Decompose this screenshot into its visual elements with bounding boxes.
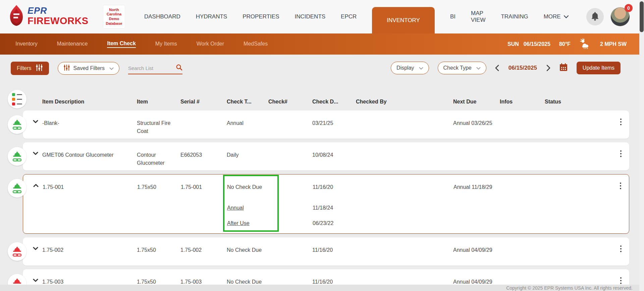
nav-bi[interactable]: BI bbox=[450, 13, 455, 20]
cell-status bbox=[545, 174, 612, 183]
list-toolbar: Filters Saved Filters bbox=[0, 62, 644, 76]
display-dropdown[interactable]: Display bbox=[391, 62, 429, 74]
notification-count-badge: 0 bbox=[625, 4, 633, 12]
cell-status bbox=[545, 111, 612, 119]
update-items-button[interactable]: Update Items bbox=[577, 62, 621, 74]
nav-properties[interactable]: PROPERTIES bbox=[243, 13, 279, 20]
cell-infos bbox=[500, 142, 545, 151]
column-checked-by[interactable]: Checked By bbox=[356, 99, 453, 105]
column-next-due[interactable]: Next Due bbox=[453, 99, 500, 105]
status-legend-button[interactable] bbox=[8, 90, 26, 108]
filters-button[interactable]: Filters bbox=[11, 62, 49, 75]
cell-check-date: 11/16/20 bbox=[312, 237, 356, 255]
row-actions-menu[interactable] bbox=[612, 111, 629, 125]
item-status-circle[interactable] bbox=[8, 115, 26, 134]
check-date-text: 11/18/24 bbox=[313, 204, 352, 213]
badge-line: Carolina bbox=[107, 12, 121, 17]
check-date-text: 06/23/22 bbox=[313, 219, 352, 228]
search-list-field[interactable] bbox=[128, 62, 182, 74]
search-icon[interactable] bbox=[176, 64, 182, 72]
helmet-icon bbox=[11, 183, 23, 194]
check-date-text: 10/08/24 bbox=[312, 151, 351, 160]
column-item[interactable]: Item bbox=[137, 99, 180, 105]
cell-infos bbox=[500, 111, 545, 119]
row-expand-toggle[interactable] bbox=[29, 111, 42, 123]
cell-status bbox=[545, 237, 612, 246]
kebab-icon bbox=[620, 150, 622, 157]
kebab-icon bbox=[620, 277, 622, 284]
chevron-down-icon bbox=[564, 13, 569, 20]
cell-infos bbox=[500, 174, 545, 183]
cell-serial: 1.75-002 bbox=[180, 237, 227, 254]
row-actions-menu[interactable] bbox=[612, 142, 629, 157]
nav-map-view[interactable]: MAP VIEW bbox=[471, 10, 485, 23]
check-type-link[interactable]: Annual bbox=[227, 204, 264, 213]
item-check-list: -Blank- Structural Fire Coat Annual 03/2… bbox=[0, 111, 644, 291]
nav-inventory-active-tab[interactable]: INVENTORY bbox=[372, 7, 435, 33]
check-type-text: No Check Due bbox=[227, 246, 264, 255]
column-check-number[interactable]: Check# bbox=[268, 99, 312, 105]
inventory-subnav: Inventory Maintenance Item Check My Item… bbox=[0, 33, 644, 55]
cell-next-due: Annual 04/09/29 bbox=[453, 269, 500, 286]
map-view-line2: VIEW bbox=[471, 17, 485, 23]
cell-next-due: Annual 11/18/29 bbox=[453, 174, 500, 191]
cell-next-due: Annual 03/26/25 bbox=[453, 111, 500, 127]
nav-training[interactable]: TRAINING bbox=[501, 13, 528, 20]
cell-item-description: 1.75-003 bbox=[42, 269, 137, 286]
column-check-type[interactable]: Check T... bbox=[227, 99, 268, 105]
subnav-inventory[interactable]: Inventory bbox=[15, 41, 38, 48]
notifications-button[interactable] bbox=[586, 8, 604, 25]
sliders-icon-red bbox=[63, 65, 70, 72]
calendar-icon[interactable] bbox=[559, 63, 568, 73]
table-row: 1.75-001 1.75x50 1.75-001 No Check DueAn… bbox=[23, 174, 629, 234]
cell-check-date: 11/16/2011/18/2406/23/22 bbox=[313, 174, 356, 228]
next-day-button[interactable] bbox=[546, 65, 550, 71]
column-status[interactable]: Status bbox=[545, 99, 612, 105]
cell-item: 1.75x50 bbox=[137, 174, 181, 191]
cell-checked-by bbox=[356, 269, 453, 278]
saved-filters-dropdown[interactable]: Saved Filters bbox=[58, 62, 119, 75]
check-type-dropdown[interactable]: Check Type bbox=[438, 62, 486, 74]
nav-hydrants[interactable]: HYDRANTS bbox=[196, 13, 227, 20]
nav-more[interactable]: MORE bbox=[544, 13, 569, 20]
previous-day-button[interactable] bbox=[495, 65, 499, 71]
cell-serial: 1.75-003 bbox=[180, 269, 227, 286]
vertical-scrollbar[interactable] bbox=[639, 0, 644, 291]
column-infos[interactable]: Infos bbox=[500, 99, 545, 105]
column-check-date[interactable]: Check D... bbox=[312, 99, 356, 105]
subnav-my-items[interactable]: My Items bbox=[155, 41, 177, 48]
row-expand-toggle[interactable] bbox=[29, 269, 42, 282]
cell-infos bbox=[500, 237, 545, 246]
subnav-work-order[interactable]: Work Order bbox=[197, 41, 224, 48]
scrollbar-thumb[interactable] bbox=[640, 1, 644, 32]
item-status-circle[interactable] bbox=[8, 147, 26, 166]
row-actions-menu[interactable] bbox=[612, 269, 629, 284]
item-status-circle[interactable] bbox=[8, 242, 26, 261]
row-expand-toggle[interactable] bbox=[29, 174, 43, 187]
top-navigation: DASHBOARD HYDRANTS PROPERTIES INCIDENTS … bbox=[144, 0, 569, 33]
cell-check-number bbox=[269, 174, 313, 183]
cell-next-due: Annual 04/09/29 bbox=[453, 237, 500, 254]
subnav-item-check-active[interactable]: Item Check bbox=[107, 41, 136, 48]
cell-check-date: 03/21/25 bbox=[312, 111, 356, 128]
selected-date[interactable]: 06/15/2025 bbox=[508, 65, 537, 71]
nav-incidents[interactable]: INCIDENTS bbox=[294, 13, 325, 20]
check-date-text: 11/16/20 bbox=[313, 183, 352, 192]
nav-epcr[interactable]: EPCR bbox=[341, 13, 357, 20]
item-status-circle[interactable] bbox=[8, 179, 26, 198]
column-item-description[interactable]: Item Description bbox=[42, 99, 137, 105]
search-input[interactable] bbox=[128, 65, 171, 71]
row-actions-menu[interactable] bbox=[612, 174, 629, 189]
column-serial[interactable]: Serial # bbox=[180, 99, 227, 105]
cell-serial: 1.75-001 bbox=[181, 174, 227, 191]
app-logo[interactable]: EPR FIREWORKS bbox=[9, 5, 89, 27]
flame-logo-icon bbox=[9, 5, 24, 27]
check-type-link[interactable]: After Use bbox=[227, 219, 264, 228]
row-expand-toggle[interactable] bbox=[29, 237, 42, 250]
subnav-medsafes[interactable]: MedSafes bbox=[244, 41, 268, 48]
subnav-maintenance[interactable]: Maintenance bbox=[57, 41, 88, 48]
row-actions-menu[interactable] bbox=[612, 237, 629, 252]
nav-dashboard[interactable]: DASHBOARD bbox=[144, 13, 180, 20]
row-expand-toggle[interactable] bbox=[29, 142, 42, 155]
cell-item-description: 1.75-002 bbox=[42, 237, 137, 254]
